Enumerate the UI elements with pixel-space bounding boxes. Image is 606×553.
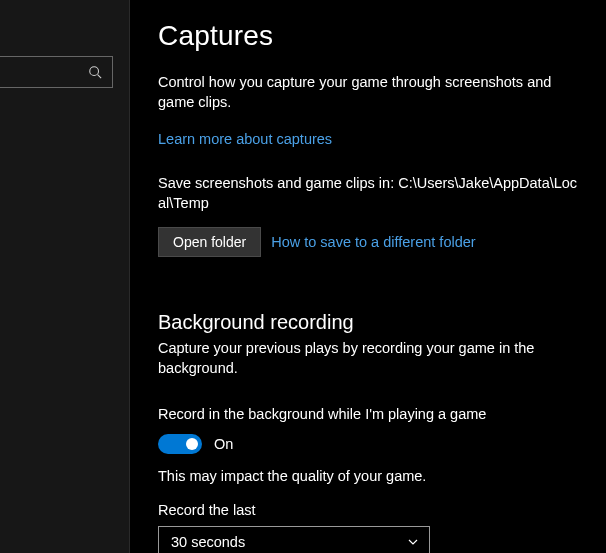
toggle-state-text: On: [214, 436, 233, 452]
impact-text: This may impact the quality of your game…: [158, 468, 582, 484]
toggle-knob: [186, 438, 198, 450]
record-last-label: Record the last: [158, 502, 582, 518]
background-description: Capture your previous plays by recording…: [158, 338, 578, 378]
svg-line-2: [98, 75, 102, 79]
open-folder-button[interactable]: Open folder: [158, 227, 261, 257]
save-path-text: Save screenshots and game clips in: C:\U…: [158, 173, 582, 213]
section-heading-background: Background recording: [158, 311, 582, 334]
chevron-down-icon: [407, 536, 419, 548]
dropdown-value: 30 seconds: [171, 534, 245, 550]
search-icon: [88, 65, 102, 79]
background-record-toggle[interactable]: [158, 434, 202, 454]
intro-text: Control how you capture your game throug…: [158, 72, 578, 112]
how-to-save-link[interactable]: How to save to a different folder: [271, 234, 475, 250]
record-last-dropdown[interactable]: 30 seconds: [158, 526, 430, 553]
main-content: Captures Control how you capture your ga…: [130, 0, 606, 553]
toggle-label: Record in the background while I'm playi…: [158, 406, 582, 422]
learn-more-link[interactable]: Learn more about captures: [158, 131, 332, 147]
page-title: Captures: [158, 20, 582, 52]
sidebar: [0, 0, 130, 553]
search-input[interactable]: [0, 56, 113, 88]
svg-point-0: [90, 67, 99, 76]
svg-line-1: [91, 68, 98, 75]
